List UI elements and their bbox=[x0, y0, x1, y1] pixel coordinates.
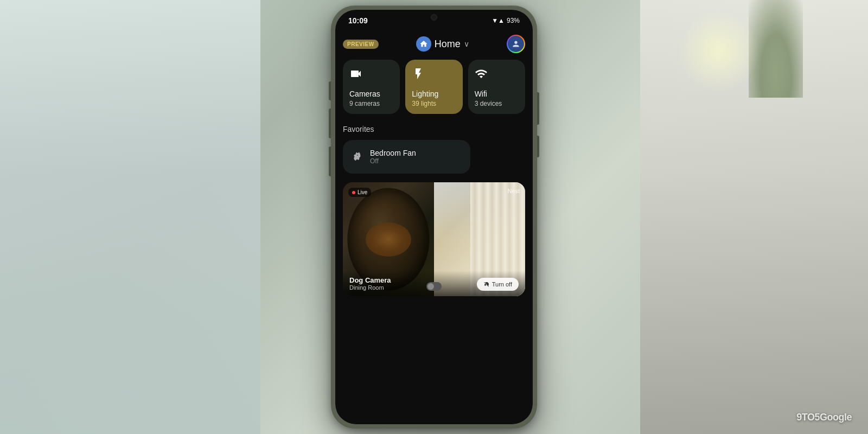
camera-toggle-area bbox=[426, 282, 442, 291]
favorites-section-title: Favorites bbox=[343, 125, 525, 133]
app-header: PREVIEW Home ∨ bbox=[343, 30, 525, 60]
battery-level: 93% bbox=[507, 17, 520, 24]
avatar-inner bbox=[508, 36, 524, 52]
live-indicator bbox=[352, 191, 355, 194]
device-cards-row: Cameras 9 cameras Lighting 39 lights bbox=[343, 60, 525, 114]
live-badge: Live bbox=[348, 188, 371, 197]
watermark-text: 9TO5 bbox=[796, 412, 820, 423]
avatar[interactable] bbox=[507, 35, 525, 53]
lighting-card[interactable]: Lighting 39 lights bbox=[405, 60, 462, 114]
notch bbox=[401, 10, 467, 25]
camera-bottom-bar: Dog Camera Dining Room Turn off bbox=[343, 271, 525, 296]
preview-badge: PREVIEW bbox=[343, 40, 379, 49]
turn-off-label: Turn off bbox=[492, 281, 512, 288]
cameras-card[interactable]: Cameras 9 cameras bbox=[343, 60, 400, 114]
lighting-icon bbox=[412, 67, 456, 84]
fan-icon bbox=[352, 150, 363, 164]
phone-screen: 10:09 ▼▲ 93% PREVIEW bbox=[335, 10, 533, 424]
wifi-icon bbox=[475, 67, 519, 84]
home-label: Home bbox=[435, 39, 461, 50]
volume-up-button bbox=[329, 81, 331, 100]
camera-room: Dining Room bbox=[349, 284, 391, 291]
lighting-card-subtitle: 39 lights bbox=[412, 100, 456, 107]
wifi-card-subtitle: 3 devices bbox=[475, 100, 519, 107]
camera-name: Dog Camera bbox=[349, 276, 391, 284]
home-icon bbox=[416, 36, 431, 52]
status-icons: ▼▲ 93% bbox=[492, 17, 520, 24]
fan-title: Bedroom Fan bbox=[370, 149, 416, 157]
camera-feed[interactable]: Live Nest Dog Camera Dining Room bbox=[343, 182, 525, 296]
turn-off-button[interactable]: Turn off bbox=[477, 278, 519, 291]
bg-light-spot bbox=[678, 11, 760, 92]
phone-device: 10:09 ▼▲ 93% PREVIEW bbox=[331, 5, 537, 429]
volume-down-button bbox=[329, 108, 331, 138]
signal-icon: ▼▲ bbox=[492, 17, 505, 24]
home-title-group[interactable]: Home ∨ bbox=[416, 36, 469, 52]
cameras-card-title: Cameras bbox=[349, 90, 393, 99]
watermark: 9TO5Google bbox=[796, 412, 852, 423]
bg-blur-left bbox=[0, 0, 260, 434]
cameras-card-subtitle: 9 cameras bbox=[349, 100, 393, 107]
lighting-card-title: Lighting bbox=[412, 90, 456, 99]
camera-label: Dog Camera Dining Room bbox=[349, 276, 391, 291]
fan-status: Off bbox=[370, 157, 416, 165]
bedroom-fan-card[interactable]: Bedroom Fan Off bbox=[343, 140, 470, 174]
action-button bbox=[329, 146, 331, 176]
app-content: PREVIEW Home ∨ bbox=[335, 30, 533, 296]
status-time: 10:09 bbox=[348, 16, 368, 25]
camera-icon bbox=[349, 67, 393, 84]
fan-info: Bedroom Fan Off bbox=[370, 149, 416, 165]
phone-body: 10:09 ▼▲ 93% PREVIEW bbox=[331, 5, 537, 429]
front-camera bbox=[431, 14, 437, 21]
power-button bbox=[537, 92, 539, 125]
wifi-card[interactable]: Wifi 3 devices bbox=[468, 60, 525, 114]
power-button-2 bbox=[537, 136, 539, 157]
watermark-brand: Google bbox=[820, 412, 852, 423]
chevron-down-icon: ∨ bbox=[464, 40, 469, 48]
wifi-card-title: Wifi bbox=[475, 90, 519, 99]
live-label: Live bbox=[358, 189, 367, 195]
nest-badge: Nest bbox=[507, 188, 520, 194]
camera-toggle-switch[interactable] bbox=[426, 282, 442, 291]
